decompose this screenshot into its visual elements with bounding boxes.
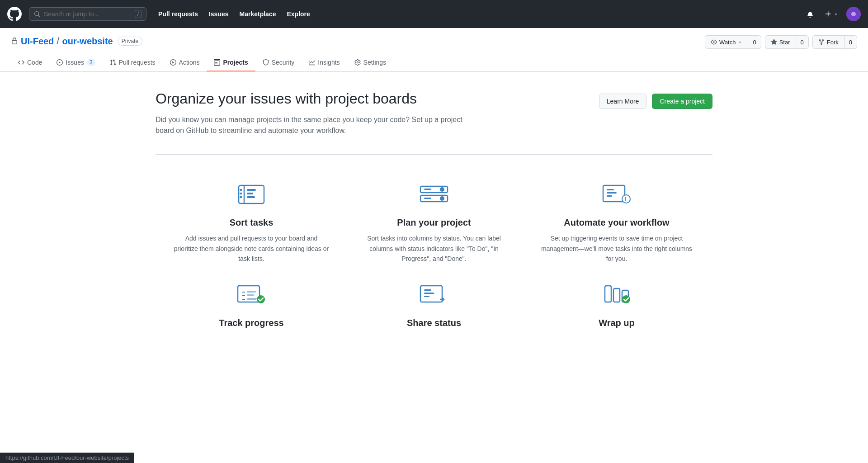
svg-rect-8	[240, 193, 242, 194]
track-progress-icon	[235, 282, 268, 309]
svg-rect-32	[613, 288, 620, 302]
fork-button[interactable]: Fork	[812, 35, 844, 49]
fork-group: Fork 0	[812, 35, 857, 49]
learn-more-button[interactable]: Learn More	[599, 94, 647, 109]
repo-tabs: Code Issues 3 Pull requests Actions Proj…	[11, 54, 857, 71]
tab-code-label: Code	[27, 59, 42, 66]
watch-group: Watch 0	[705, 35, 761, 49]
search-box[interactable]: /	[29, 7, 146, 21]
projects-hero: Organize your issues with project boards…	[156, 90, 712, 136]
projects-title: Organize your issues with project boards	[156, 90, 472, 107]
projects-icon	[214, 59, 220, 66]
top-nav: / Pull requests Issues Marketplace Explo…	[0, 0, 868, 28]
feature-wrap-up: Wrap up	[539, 282, 694, 334]
settings-icon	[354, 59, 361, 66]
tab-actions[interactable]: Actions	[163, 54, 207, 71]
divider	[156, 154, 712, 155]
fork-label: Fork	[827, 39, 839, 46]
tab-insights-label: Insights	[318, 59, 340, 66]
star-icon	[771, 39, 777, 45]
tab-projects-label: Projects	[223, 59, 248, 66]
star-label: Star	[779, 39, 790, 46]
tab-actions-label: Actions	[179, 59, 200, 66]
nav-marketplace[interactable]: Marketplace	[235, 7, 281, 21]
tab-pull-requests[interactable]: Pull requests	[103, 54, 163, 71]
tab-pull-requests-label: Pull requests	[119, 59, 156, 66]
chevron-down-icon	[834, 12, 838, 16]
avatar[interactable]	[846, 7, 861, 21]
feature-plan-project: Plan your project Sort tasks into column…	[356, 182, 512, 264]
tab-security[interactable]: Security	[255, 54, 302, 71]
features-grid: Sort tasks Add issues and pull requests …	[156, 182, 712, 333]
sort-tasks-icon	[235, 182, 268, 208]
repo-header: UI-Feed / our-website Private Watch 0 St…	[0, 28, 868, 72]
svg-rect-28	[424, 289, 431, 291]
watch-count: 0	[748, 35, 761, 49]
share-status-icon	[418, 282, 450, 309]
svg-rect-25	[247, 298, 257, 300]
new-button[interactable]	[822, 9, 841, 19]
eye-icon	[711, 39, 717, 45]
private-badge: Private	[118, 37, 142, 46]
issues-icon	[57, 59, 63, 66]
svg-point-26	[257, 295, 265, 303]
star-button[interactable]: Star	[765, 35, 796, 49]
svg-rect-23	[247, 291, 256, 293]
svg-point-14	[440, 196, 444, 201]
chevron-down-small-icon	[738, 40, 742, 44]
notifications-button[interactable]	[804, 9, 816, 19]
search-icon	[34, 11, 40, 17]
projects-hero-actions: Learn More Create a project	[599, 94, 712, 109]
share-status-title: Share status	[407, 318, 461, 328]
svg-rect-24	[247, 294, 254, 296]
nav-issues[interactable]: Issues	[204, 7, 233, 21]
search-input[interactable]	[44, 10, 131, 18]
create-project-button[interactable]: Create a project	[652, 94, 712, 109]
svg-point-12	[440, 187, 444, 192]
tab-settings[interactable]: Settings	[347, 54, 394, 71]
issues-badge: 3	[87, 59, 95, 66]
svg-point-34	[622, 295, 630, 303]
nav-explore[interactable]: Explore	[282, 7, 314, 21]
track-progress-title: Track progress	[219, 318, 283, 328]
fork-count: 0	[844, 35, 857, 49]
tab-issues[interactable]: Issues 3	[49, 54, 102, 71]
plan-project-icon	[418, 182, 450, 208]
svg-rect-15	[424, 198, 431, 199]
github-icon	[7, 7, 22, 21]
svg-rect-5	[247, 193, 253, 194]
plus-icon	[825, 10, 832, 18]
feature-sort-tasks: Sort tasks Add issues and pull requests …	[174, 182, 329, 264]
watch-button[interactable]: Watch	[705, 35, 748, 49]
tab-insights[interactable]: Insights	[302, 54, 347, 71]
insights-icon	[309, 59, 315, 66]
plan-project-desc: Sort tasks into columns by status. You c…	[356, 233, 512, 264]
lock-icon	[11, 38, 18, 45]
svg-rect-17	[607, 189, 614, 190]
nav-pull-requests[interactable]: Pull requests	[154, 7, 203, 21]
feature-share-status: Share status	[356, 282, 512, 334]
svg-rect-9	[240, 196, 242, 198]
star-group: Star 0	[765, 35, 809, 49]
svg-point-1	[851, 12, 856, 16]
avatar-icon	[846, 7, 861, 21]
svg-rect-29	[424, 293, 434, 294]
tab-settings-label: Settings	[363, 59, 387, 66]
fork-icon	[818, 39, 825, 45]
svg-rect-18	[607, 192, 617, 194]
search-shortcut: /	[135, 10, 142, 18]
automate-workflow-desc: Set up triggering events to save time on…	[539, 233, 694, 264]
repo-name-link[interactable]: our-website	[62, 36, 113, 47]
repo-owner-link[interactable]: UI-Feed	[21, 36, 54, 47]
svg-rect-4	[247, 189, 256, 191]
feature-track-progress: Track progress	[174, 282, 329, 334]
tab-code[interactable]: Code	[11, 54, 49, 71]
github-logo[interactable]	[7, 7, 22, 21]
tab-security-label: Security	[272, 59, 295, 66]
repo-actions: Watch 0 Star 0 Fork 0	[705, 35, 857, 49]
watch-label: Watch	[719, 39, 736, 46]
feature-automate-workflow: ! Automate your workflow Set up triggeri…	[539, 182, 694, 264]
tab-projects[interactable]: Projects	[207, 54, 255, 71]
repo-separator: /	[57, 35, 59, 47]
svg-text:!: !	[624, 195, 627, 203]
